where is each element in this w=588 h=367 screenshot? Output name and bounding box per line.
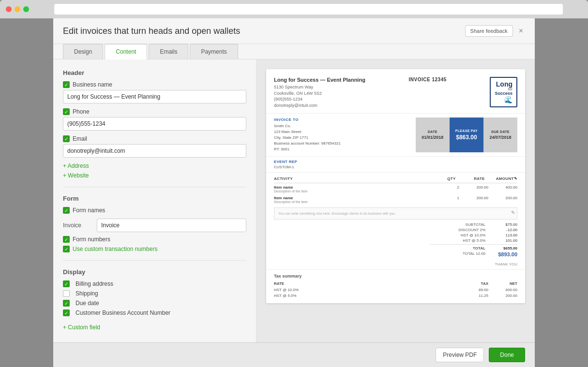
col-amount-header: AMOUNT (485, 176, 514, 181)
right-panel: Long for Success — Event Planning 5130 S… (256, 59, 535, 342)
add-address-link[interactable]: + Address (63, 162, 246, 169)
tax-row1-net: 400.00 (488, 288, 517, 292)
invoice-form-static-label: Invoice (63, 222, 92, 229)
shipping-checkbox[interactable] (63, 290, 70, 297)
content-area: Header Business name Phone (53, 59, 535, 342)
item-row-2: Item name Description of the item 1 200.… (274, 196, 517, 204)
billing-address-checkbox[interactable] (63, 280, 70, 287)
phone-checkbox[interactable] (63, 108, 70, 115)
form-names-checkbox[interactable] (63, 207, 70, 214)
items-table-header: ACTIVITY QTY RATE AMOUNT ✎ (274, 176, 517, 183)
due-date-checkbox[interactable] (63, 300, 70, 307)
business-name-checkbox[interactable] (63, 81, 70, 88)
header-section: Header Business name Phone (63, 69, 246, 179)
invoice-form-input[interactable] (97, 219, 246, 232)
tax-row2-net: 200.00 (488, 294, 517, 298)
subtotal-value: $75.00 (493, 222, 517, 227)
hst2-row: HST @ 5.0% 101.00 (430, 238, 517, 243)
item-1-amount: 400.00 (488, 185, 517, 193)
event-rep-value: CUSTOM-1 (274, 165, 517, 169)
tab-design[interactable]: Design (63, 44, 103, 59)
share-feedback-button[interactable]: Share feedback (465, 25, 513, 37)
invoice-company-info: Long for Success — Event Planning 5130 S… (274, 77, 365, 108)
hst1-row: HST @ 10.0% 113.00 (430, 233, 517, 237)
fullscreen-traffic-light[interactable] (23, 6, 29, 12)
item-2-desc: Description of the item (274, 200, 435, 204)
invoice-dates: DATE 01/01/2018 PLEASE PAY $863.00 DUE D… (416, 117, 517, 152)
left-panel: Header Business name Phone (53, 59, 256, 342)
totals-table: SUBTOTAL $75.00 DISCOUNT 2% -12.00 HST @… (430, 222, 517, 258)
app-window: Edit invoices that turn heads and open w… (53, 18, 535, 367)
email-checkbox[interactable] (63, 135, 70, 142)
please-pay-value: $863.00 (455, 134, 478, 141)
custom-transaction-row: Use custom transaction numbers (63, 246, 246, 252)
item-1-qty: 2 (435, 185, 459, 193)
business-name-input[interactable] (63, 90, 246, 103)
billing-address-row: Billing address (63, 280, 246, 287)
custom-transaction-checkbox[interactable] (63, 246, 70, 252)
invoice-to-address: 123 Main Street (274, 129, 416, 135)
tax-row2-rate: HST @ 5.0% (274, 294, 459, 298)
date-value: 01/01/2018 (422, 135, 444, 140)
page-title: Edit invoices that turn heads and open w… (63, 26, 240, 36)
display-section: Display Billing address Shipping Due dat… (63, 268, 246, 331)
date-label: DATE (422, 130, 444, 133)
total-label: TOTAL (430, 246, 485, 250)
date-cell-please-pay: PLEASE PAY $863.00 (450, 117, 483, 152)
due-date-value: 24/07/2018 (489, 135, 512, 140)
due-date-row: Due date (63, 300, 246, 307)
items-edit-icon[interactable]: ✎ (514, 176, 517, 181)
item-2-activity: Item name Description of the item (274, 196, 435, 204)
invoice-to-ref: RT: 3001 (274, 147, 416, 152)
customer-account-checkbox[interactable] (63, 309, 70, 316)
message-edit-icon[interactable]: ✎ (511, 210, 515, 215)
form-section: Form Form names Invoice Form numbers Use… (63, 195, 246, 252)
form-names-row: Form names (63, 207, 246, 214)
tab-emails[interactable]: Emails (149, 44, 188, 59)
invoice-to-label: INVOICE TO (274, 117, 416, 122)
phone-field-group: Phone (63, 108, 246, 131)
phone-label-row: Phone (63, 108, 246, 115)
invoice-number-label: INVOICE 12345 (409, 77, 447, 82)
preview-pdf-button[interactable]: Preview PDF (436, 348, 484, 362)
close-traffic-light[interactable] (6, 6, 12, 12)
add-custom-field-link[interactable]: + Custom field (63, 324, 246, 331)
billing-address-label: Billing address (75, 280, 113, 287)
email-input[interactable] (63, 144, 246, 158)
discount-label: DISCOUNT 2% (430, 228, 485, 232)
item-1-rate: 200.00 (459, 185, 488, 193)
invoice-totals: SUBTOTAL $75.00 DISCOUNT 2% -12.00 HST @… (274, 222, 517, 258)
minimize-traffic-light[interactable] (15, 6, 20, 12)
hst1-value: 113.00 (493, 233, 517, 237)
traffic-lights (6, 6, 29, 12)
col-qty-header: QTY (432, 176, 456, 181)
invoice-logo: Long for Success 🌊 (490, 77, 517, 107)
grand-total-value: $893.00 (493, 251, 517, 257)
invoice-to-left: INVOICE TO Smith Co. 123 Main Street Cit… (274, 117, 416, 152)
invoice-company-address2: Cooksville, ON L4W 5S2 (274, 90, 365, 97)
tax-row-1: HST @ 10.0% 89.00 400.00 (274, 288, 517, 292)
business-name-field-group: Business name (63, 81, 246, 103)
phone-input[interactable] (63, 117, 246, 131)
close-button[interactable]: × (517, 27, 525, 35)
tax-row1-tax: 89.00 (459, 288, 488, 292)
logo-box: Long for Success 🌊 (490, 77, 517, 107)
tab-content[interactable]: Content (105, 44, 147, 59)
address-bar[interactable] (54, 4, 563, 15)
form-numbers-label: Form numbers (73, 236, 110, 243)
hst2-label: HST @ 5.0% (430, 238, 485, 243)
shipping-row: Shipping (63, 290, 246, 297)
grand-total-label: TOTAL 12.00 (430, 251, 485, 257)
due-date-label-inv: DUE DATE (489, 130, 512, 133)
discount-value: -12.00 (493, 228, 517, 232)
tax-row1-rate: HST @ 10.0% (274, 288, 459, 292)
hst1-label: HST @ 10.0% (430, 233, 485, 237)
invoice-message-box: You can write something nice here. Encou… (274, 207, 517, 220)
item-row-1: Item name Description of the item 2 200.… (274, 185, 517, 193)
tab-payments[interactable]: Payments (190, 44, 238, 59)
bottom-bar: Preview PDF Done (53, 342, 535, 367)
done-button[interactable]: Done (489, 348, 525, 362)
invoice-header: Long for Success — Event Planning 5130 S… (266, 69, 525, 114)
form-numbers-checkbox[interactable] (63, 236, 70, 243)
add-website-link[interactable]: + Website (63, 172, 246, 179)
